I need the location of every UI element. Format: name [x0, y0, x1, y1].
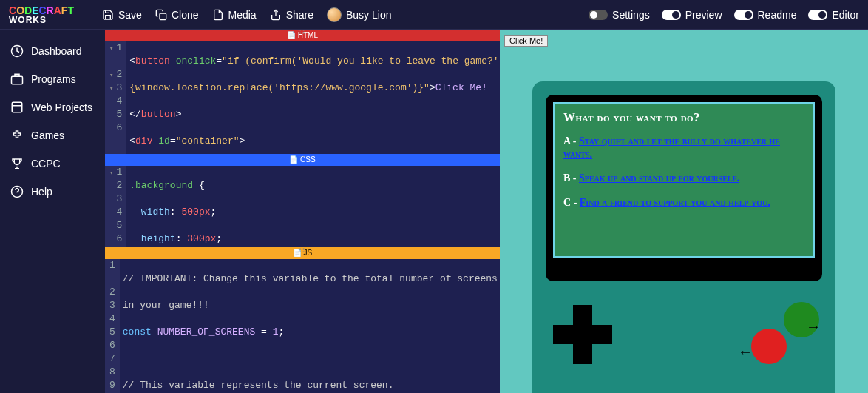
webprojects-icon [10, 101, 24, 114]
share-button[interactable]: Share [270, 9, 313, 21]
sidebar-item-dashboard[interactable]: Dashboard [0, 37, 105, 65]
readme-toggle[interactable]: Readme [734, 9, 797, 21]
b-button[interactable] [751, 329, 787, 364]
arrow-right-icon: → [806, 318, 821, 335]
question-title: What do you want to do? [563, 111, 804, 124]
toggle-icon [808, 10, 827, 20]
option-a-link[interactable]: Stay quiet and let the bully do whatever… [563, 135, 780, 160]
sidebar: Dashboard Programs Web Projects Games CC… [0, 30, 105, 393]
editor-toggle[interactable]: Editor [808, 9, 859, 21]
editor-label: Editor [832, 9, 859, 21]
settings-toggle[interactable]: Settings [589, 9, 650, 21]
css-code[interactable]: .background { width: 500px; height: 300p… [126, 166, 500, 247]
dpad[interactable] [553, 305, 612, 364]
user-menu[interactable]: Busy Lion [327, 7, 391, 22]
gameboy-label: ANTI-BULLYING GAME [553, 262, 815, 274]
save-icon [102, 9, 114, 21]
option-b-link[interactable]: Speak up and stand up for yourself. [579, 172, 739, 184]
svg-rect-4 [12, 102, 22, 112]
option-c: C - Find a friend to support you and hel… [563, 196, 804, 209]
js-code[interactable]: // IMPORTANT: Change this variable to th… [120, 259, 500, 393]
clone-icon [155, 9, 167, 21]
sidebar-item-label: Web Projects [31, 101, 92, 113]
html-code[interactable]: <button onclick="if (confirm('Would you … [126, 41, 500, 154]
preview-label: Preview [685, 9, 722, 21]
gameboy-screen-outer: What do you want to do? A - Stay quiet a… [546, 95, 822, 281]
sidebar-item-label: Help [31, 186, 52, 198]
media-button[interactable]: Media [212, 9, 257, 21]
sidebar-item-label: CCPC [31, 158, 61, 169]
js-editor[interactable]: 1 23456789 // IMPORTANT: Change this var… [105, 259, 500, 393]
sidebar-item-webprojects[interactable]: Web Projects [0, 93, 105, 121]
settings-label: Settings [612, 9, 650, 21]
js-pane-header[interactable]: 📄 JS [105, 247, 500, 259]
option-a: A - Stay quiet and let the bully do what… [563, 135, 804, 161]
logo[interactable]: CODECRAFT WORKS [9, 5, 74, 24]
sidebar-item-label: Dashboard [31, 45, 82, 57]
sidebar-item-programs[interactable]: Programs [0, 65, 105, 93]
clone-button[interactable]: Clone [155, 9, 199, 21]
option-c-link[interactable]: Find a friend to support you and help yo… [580, 197, 770, 208]
dashboard-icon [10, 44, 24, 58]
arrow-left-icon: ← [738, 343, 753, 360]
save-label: Save [118, 9, 142, 21]
css-pane-header[interactable]: 📄 CSS [105, 154, 500, 166]
preview-toggle[interactable]: Preview [662, 9, 722, 21]
sidebar-item-help[interactable]: Help [0, 178, 105, 206]
toggle-icon [589, 10, 608, 20]
html-pane-header[interactable]: 📄 HTML [105, 30, 500, 41]
games-icon [10, 129, 24, 142]
sidebar-item-label: Programs [31, 73, 76, 85]
css-editor[interactable]: ▾123456 .background { width: 500px; heig… [105, 166, 500, 247]
toggle-icon [734, 10, 753, 20]
media-icon [212, 9, 224, 21]
help-icon [10, 185, 24, 198]
editor-area: 📄 HTML ▾1 ▾2▾3456 <button onclick="if (c… [105, 30, 500, 393]
save-button[interactable]: Save [102, 9, 142, 21]
gameboy-controls: → ← [546, 298, 822, 379]
readme-label: Readme [758, 9, 797, 21]
css-gutter: ▾123456 [105, 166, 126, 247]
option-b: B - Speak up and stand up for yourself. [563, 172, 804, 185]
sidebar-item-ccpc[interactable]: CCPC [0, 150, 105, 178]
main: Dashboard Programs Web Projects Games CC… [0, 30, 868, 393]
avatar-icon [327, 7, 342, 22]
share-label: Share [286, 9, 313, 21]
svg-rect-3 [12, 76, 23, 84]
programs-icon [10, 73, 24, 86]
preview-pane: Click Me! What do you want to do? A - St… [500, 30, 868, 393]
html-gutter: ▾1 ▾2▾3456 [105, 41, 126, 154]
click-me-button[interactable]: Click Me! [504, 35, 548, 47]
js-gutter: 1 23456789 [105, 259, 120, 393]
html-editor[interactable]: ▾1 ▾2▾3456 <button onclick="if (confirm(… [105, 41, 500, 154]
share-icon [270, 9, 282, 21]
toggle-icon [662, 10, 681, 20]
topbar: CODECRAFT WORKS Save Clone Media Share B… [0, 0, 868, 30]
svg-rect-0 [160, 13, 166, 20]
clone-label: Clone [172, 9, 199, 21]
gameboy-screen: What do you want to do? A - Stay quiet a… [553, 102, 815, 258]
user-label: Busy Lion [346, 9, 391, 21]
trophy-icon [10, 157, 24, 170]
media-label: Media [228, 9, 257, 21]
sidebar-item-label: Games [31, 130, 64, 141]
sidebar-item-games[interactable]: Games [0, 121, 105, 150]
gameboy-frame: What do you want to do? A - Stay quiet a… [532, 81, 835, 393]
